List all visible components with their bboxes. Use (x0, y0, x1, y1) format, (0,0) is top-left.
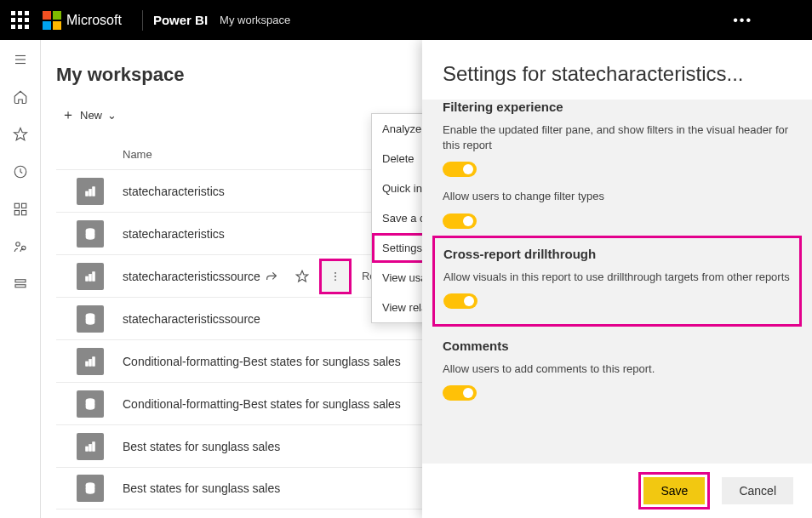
svg-marker-20 (296, 270, 307, 282)
report-icon (77, 348, 104, 375)
new-button[interactable]: ＋ New ⌄ (56, 103, 122, 128)
svg-rect-5 (14, 203, 19, 208)
plus-icon: ＋ (61, 106, 75, 124)
nav-apps-icon[interactable] (0, 195, 41, 224)
toggle-drillthrough[interactable] (443, 293, 477, 309)
svg-rect-11 (15, 280, 26, 282)
item-name: Conditional-formatting-Best states for s… (123, 397, 401, 411)
nav-home-icon[interactable] (0, 83, 41, 111)
header-more-icon[interactable]: ••• (733, 13, 752, 28)
dataset-icon (77, 390, 104, 418)
nav-recent-icon[interactable] (0, 157, 41, 186)
filtering-opt2-desc: Allow users to change filter types (443, 189, 792, 204)
app-name: Power BI (153, 13, 208, 27)
dataset-icon (77, 305, 104, 333)
share-icon[interactable] (258, 263, 285, 290)
dataset-icon (77, 475, 104, 502)
svg-marker-3 (14, 128, 26, 140)
section-drillthrough-title: Cross-report drillthrough (443, 247, 791, 261)
nav-rail (0, 40, 41, 518)
microsoft-logo: Microsoft (43, 11, 122, 30)
header-divider (142, 10, 143, 31)
global-header: Microsoft Power BI My workspace ••• (0, 0, 812, 40)
drillthrough-highlight: Cross-report drillthrough Allow visuals … (432, 236, 802, 327)
breadcrumb-workspace[interactable]: My workspace (220, 14, 290, 26)
svg-rect-29 (86, 447, 89, 451)
svg-point-23 (335, 279, 336, 281)
toggle-filter-pane[interactable] (443, 162, 477, 177)
filtering-opt1-desc: Enable the updated filter pane, and show… (443, 122, 792, 153)
item-name: Best states for sunglass sales (123, 440, 280, 453)
report-icon (77, 433, 104, 460)
drillthrough-desc: Allow visuals in this report to use dril… (443, 270, 791, 285)
favorite-icon[interactable] (289, 263, 316, 290)
nav-workspaces-icon[interactable] (0, 270, 41, 299)
nav-shared-icon[interactable] (0, 232, 41, 261)
section-filtering-title: Filtering experience (443, 100, 792, 114)
item-name: Best states for sunglass sales (123, 481, 280, 495)
dataset-icon (77, 220, 104, 248)
settings-panel: Settings for statecharacteristics... Fil… (422, 40, 812, 518)
section-comments-title: Comments (443, 339, 792, 353)
item-name: Conditional-formatting-Best states for s… (123, 355, 401, 368)
svg-rect-12 (15, 285, 26, 287)
more-options-icon[interactable] (319, 259, 352, 294)
svg-point-9 (15, 242, 20, 247)
svg-rect-17 (86, 276, 89, 281)
svg-rect-8 (21, 211, 26, 215)
svg-point-21 (335, 271, 336, 273)
svg-rect-7 (14, 211, 19, 215)
item-name: statecharacteristicssource (123, 312, 260, 326)
chevron-down-icon: ⌄ (107, 109, 117, 122)
cancel-button[interactable]: Cancel (722, 477, 793, 504)
svg-rect-18 (89, 274, 92, 281)
svg-rect-13 (86, 191, 89, 196)
svg-rect-14 (89, 189, 92, 196)
svg-rect-15 (93, 186, 95, 196)
comments-desc: Allow users to add comments to this repo… (443, 361, 792, 377)
settings-title: Settings for statecharacteristics... (422, 40, 812, 100)
item-name: statecharacteristicssource (123, 270, 260, 283)
toggle-filter-types[interactable] (443, 213, 477, 229)
nav-favorites-icon[interactable] (0, 120, 41, 149)
svg-point-22 (335, 276, 336, 277)
svg-rect-19 (93, 271, 95, 281)
item-name: statecharacteristics (123, 227, 225, 241)
report-icon (77, 178, 104, 205)
report-icon (77, 263, 104, 290)
svg-rect-27 (93, 356, 95, 366)
svg-rect-26 (89, 359, 92, 366)
svg-rect-25 (86, 361, 89, 366)
save-button[interactable]: Save (643, 477, 705, 504)
svg-rect-6 (21, 203, 26, 208)
toggle-comments[interactable] (443, 385, 477, 401)
app-launcher-icon[interactable] (9, 9, 31, 31)
nav-menu-icon[interactable] (0, 45, 41, 74)
save-button-highlight: Save (638, 472, 710, 509)
brand-text: Microsoft (66, 13, 122, 28)
svg-rect-30 (89, 444, 92, 451)
svg-rect-31 (93, 441, 95, 451)
new-button-label: New (80, 109, 102, 122)
item-name: statecharacteristics (123, 185, 225, 198)
